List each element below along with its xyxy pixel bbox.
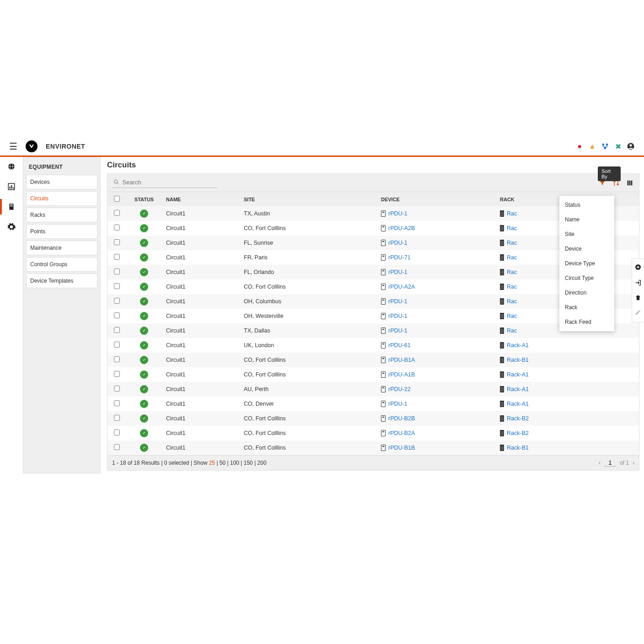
row-checkbox[interactable] (114, 371, 120, 377)
device-link[interactable]: rPDU-B1A (388, 357, 415, 363)
row-checkbox[interactable] (114, 254, 120, 260)
sort-option-name[interactable]: Name (559, 212, 614, 227)
row-checkbox[interactable] (114, 312, 120, 318)
device-link[interactable]: rPDU-B2B (388, 415, 415, 422)
page-size-current[interactable]: 25 (209, 460, 215, 466)
sort-option-device[interactable]: Device (559, 242, 614, 256)
row-checkbox[interactable] (114, 386, 120, 392)
row-checkbox[interactable] (114, 268, 120, 274)
table-row[interactable]: Circuit1CO, Fort ColllinsrPDU-A1BRack-A1 (107, 367, 639, 382)
device-link[interactable]: rPDU-1 (388, 327, 408, 334)
device-link[interactable]: rPDU-A2B (388, 225, 415, 231)
rack-link[interactable]: Rac (507, 210, 517, 217)
account-icon[interactable] (627, 142, 635, 150)
device-link[interactable]: rPDU-61 (388, 342, 411, 349)
sidebar-item-device-templates[interactable]: Device Templates (26, 274, 97, 288)
row-checkbox[interactable] (114, 283, 120, 289)
sidebar-item-circuits[interactable]: Circuits (26, 191, 97, 206)
table-row[interactable]: Circuit1CO, Fort ColllinsrPDU-B1BRack-B1 (107, 440, 639, 455)
rack-link[interactable]: Rac (507, 327, 517, 334)
device-link[interactable]: rPDU-1 (388, 298, 408, 305)
col-device[interactable]: DEVICE (377, 192, 496, 206)
rack-link[interactable]: Rack-A1 (507, 386, 529, 392)
search-input-wrap[interactable] (112, 177, 217, 188)
row-checkbox[interactable] (114, 210, 120, 216)
import-icon[interactable] (634, 279, 642, 288)
alert-critical-icon[interactable]: ● (575, 142, 584, 150)
device-link[interactable]: rPDU-1 (388, 269, 408, 275)
network-icon[interactable] (601, 142, 609, 150)
rack-link[interactable]: Rack-B1 (507, 357, 529, 363)
row-checkbox[interactable] (114, 327, 120, 333)
sidebar-item-points[interactable]: Points (26, 224, 97, 239)
row-checkbox[interactable] (114, 342, 120, 348)
col-name[interactable]: NAME (162, 192, 240, 206)
rack-link[interactable]: Rac (507, 240, 517, 246)
device-link[interactable]: rPDU-71 (388, 254, 411, 261)
row-checkbox[interactable] (114, 400, 120, 406)
select-all-checkbox[interactable] (114, 196, 120, 202)
rack-link[interactable]: Rac (507, 284, 517, 290)
sort-option-site[interactable]: Site (559, 227, 614, 242)
row-checkbox[interactable] (114, 298, 120, 304)
rack-link[interactable]: Rack-B2 (507, 430, 529, 436)
row-checkbox[interactable] (114, 356, 120, 362)
add-icon[interactable] (634, 263, 642, 273)
sidebar-item-control-groups[interactable]: Control Groups (26, 257, 97, 272)
table-row[interactable]: Circuit1UK, LondonrPDU-61Rack-A1 (107, 338, 639, 353)
rack-link[interactable]: Rac (507, 269, 517, 275)
sort-option-rack[interactable]: Rack (559, 300, 614, 315)
sidebar-item-devices[interactable]: Devices (26, 175, 97, 189)
table-row[interactable]: Circuit1CO, DenverrPDU-1Rack-A1 (107, 397, 639, 411)
table-row[interactable]: Circuit1AU, PerthrPDU-22Rack-A1 (107, 382, 639, 397)
rack-link[interactable]: Rack-A1 (507, 342, 529, 349)
col-site[interactable]: SITE (240, 192, 377, 206)
columns-icon[interactable] (625, 178, 634, 188)
device-link[interactable]: rPDU-B2A (388, 430, 415, 436)
row-checkbox[interactable] (114, 429, 120, 435)
globe-icon[interactable] (5, 160, 18, 173)
rack-link[interactable]: Rack-B2 (507, 415, 529, 422)
device-link[interactable]: rPDU-1 (388, 240, 408, 246)
delete-icon[interactable] (635, 295, 641, 303)
table-row[interactable]: Circuit1CO, Fort ColllinsrPDU-B2BRack-B2 (107, 411, 639, 426)
row-checkbox[interactable] (114, 225, 120, 231)
sort-option-status[interactable]: Status (559, 198, 614, 212)
prev-page-icon[interactable]: ‹ (599, 460, 601, 466)
sort-option-device-type[interactable]: Device Type (559, 256, 614, 271)
device-link[interactable]: rPDU-1 (388, 313, 408, 319)
table-row[interactable]: Circuit1CO, Fort ColllinsrPDU-B2ARack-B2 (107, 426, 639, 440)
sort-option-direction[interactable]: Direction (559, 285, 614, 300)
settings-gear-icon[interactable] (5, 220, 18, 234)
rack-link[interactable]: Rack-B1 (507, 445, 529, 451)
rack-link[interactable]: Rack-A1 (507, 371, 529, 378)
rack-link[interactable]: Rac (507, 313, 517, 319)
tools-icon[interactable]: ✖ (614, 142, 622, 150)
sort-option-circuit-type[interactable]: Circuit Type (559, 271, 614, 285)
row-checkbox[interactable] (114, 415, 120, 421)
rack-link[interactable]: Rac (507, 225, 517, 231)
col-status[interactable]: STATUS (126, 192, 162, 206)
rack-link[interactable]: Rac (507, 254, 517, 261)
page-input[interactable] (604, 459, 616, 467)
next-page-icon[interactable]: › (633, 460, 634, 466)
row-checkbox[interactable] (114, 239, 120, 245)
rack-link[interactable]: Rack-A1 (507, 401, 529, 407)
device-link[interactable]: rPDU-A2A (388, 284, 415, 290)
chart-icon[interactable] (5, 180, 18, 193)
sort-option-rack-feed[interactable]: Rack Feed (559, 315, 614, 329)
search-input[interactable] (123, 179, 216, 186)
server-icon[interactable] (5, 200, 18, 214)
device-link[interactable]: rPDU-1 (388, 210, 408, 217)
sidebar-item-maintenance[interactable]: Maintenance (26, 241, 97, 255)
menu-icon[interactable]: ☰ (9, 141, 17, 152)
alert-warning-icon[interactable]: ▲ (588, 142, 596, 150)
device-link[interactable]: rPDU-22 (388, 386, 411, 392)
rack-link[interactable]: Rac (507, 298, 517, 305)
device-link[interactable]: rPDU-A1B (388, 371, 415, 378)
row-checkbox[interactable] (114, 444, 120, 450)
device-link[interactable]: rPDU-1 (388, 401, 408, 407)
sidebar-item-racks[interactable]: Racks (26, 208, 97, 222)
device-link[interactable]: rPDU-B1B (388, 445, 415, 451)
table-row[interactable]: Circuit1CO, Fort ColllinsrPDU-B1ARack-B1 (107, 353, 639, 367)
